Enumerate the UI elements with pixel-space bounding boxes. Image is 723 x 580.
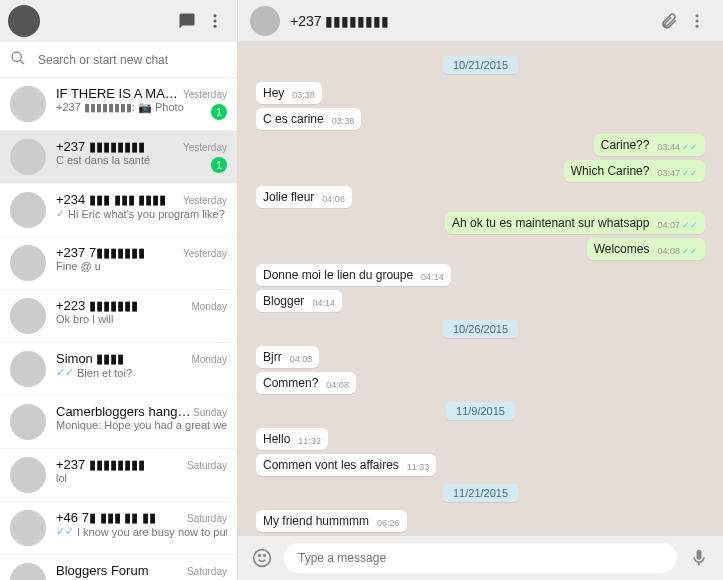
search-bar [0, 42, 237, 78]
sidebar: IF THERE IS A MAN TO PR…Yesterday+237 ▮▮… [0, 0, 238, 580]
double-tick-icon: ✓✓ [682, 246, 698, 256]
new-chat-icon[interactable] [173, 7, 201, 35]
message-out[interactable]: Welcomes04:08✓✓ [587, 238, 705, 260]
chat-name: Simon ▮▮▮▮ [56, 351, 124, 366]
svg-point-2 [214, 25, 217, 28]
emoji-icon[interactable] [248, 544, 276, 572]
message-meta: 04:14 [421, 272, 444, 282]
chat-item[interactable]: +223 ▮▮▮▮▮▮▮MondayOk bro I will [0, 290, 237, 343]
double-tick-icon: ✓✓ [682, 168, 698, 178]
message-time: 04:06 [322, 194, 345, 204]
message-time: 03:44 [657, 142, 680, 152]
chat-avatar [10, 245, 46, 281]
message-list[interactable]: 10/21/2015Hey03:38C es carine03:38Carine… [238, 42, 723, 536]
chat-avatar [10, 351, 46, 387]
chat-item[interactable]: IF THERE IS A MAN TO PR…Yesterday+237 ▮▮… [0, 78, 237, 131]
chat-time: Yesterday [183, 142, 227, 153]
message-time: 11:33 [407, 462, 430, 472]
chat-time: Yesterday [183, 195, 227, 206]
chat-avatar [10, 457, 46, 493]
message-time: 04:08 [290, 354, 313, 364]
message-in[interactable]: Hello11:32 [256, 428, 328, 450]
message-time: 04:08 [657, 246, 680, 256]
message-time: 06:26 [377, 518, 400, 528]
message-in[interactable]: Blogger04:14 [256, 290, 342, 312]
chat-avatar [10, 86, 46, 122]
chat-item[interactable]: +237 7▮▮▮▮▮▮▮YesterdayFine @ u [0, 237, 237, 290]
message-text: Bjrr [263, 350, 282, 364]
chat-name: IF THERE IS A MAN TO PR… [56, 86, 183, 101]
search-icon [10, 50, 26, 70]
mic-icon[interactable] [685, 544, 713, 572]
chat-name: +234 ▮▮▮ ▮▮▮ ▮▮▮▮ [56, 192, 166, 207]
chat-name: Camerbloggers hang outcry [56, 404, 193, 419]
chat-preview: ✓Hi Eric what's you program like? I'll b… [56, 207, 227, 220]
message-in[interactable]: Commen?04:08 [256, 372, 356, 394]
unread-badge: 1 [211, 104, 227, 120]
chat-avatar [10, 139, 46, 175]
message-in[interactable]: Jolie fleur04:06 [256, 186, 352, 208]
message-meta: 04:06 [322, 194, 345, 204]
chat-item[interactable]: +237 ▮▮▮▮▮▮▮▮Saturdaylol [0, 449, 237, 502]
message-time: 04:07 [657, 220, 680, 230]
attach-icon[interactable] [655, 7, 683, 35]
message-in[interactable]: Commen vont les affaires11:33 [256, 454, 436, 476]
contact-avatar[interactable] [250, 6, 280, 36]
svg-line-4 [20, 60, 24, 64]
chat-time: Saturday [187, 460, 227, 471]
message-meta: 04:08 [290, 354, 313, 364]
message-in[interactable]: My friend hummmm06:26 [256, 510, 407, 532]
date-chip: 10/26/2015 [443, 320, 518, 338]
chat-name: Bloggers Forum [56, 563, 148, 578]
message-in[interactable]: Bjrr04:08 [256, 346, 319, 368]
chat-name: +237 ▮▮▮▮▮▮▮▮ [56, 457, 145, 472]
message-time: 04:14 [421, 272, 444, 282]
svg-point-8 [254, 550, 271, 567]
chat-item[interactable]: +234 ▮▮▮ ▮▮▮ ▮▮▮▮Yesterday✓Hi Eric what'… [0, 184, 237, 237]
date-chip: 11/9/2015 [446, 402, 515, 420]
message-meta: 03:38 [332, 116, 355, 126]
chat-item[interactable]: Bloggers ForumSaturdayMonique: Couldnt m… [0, 555, 237, 580]
message-input[interactable] [284, 543, 677, 573]
chat-menu-icon[interactable] [683, 7, 711, 35]
message-in[interactable]: Donne moi le lien du groupe04:14 [256, 264, 451, 286]
self-avatar[interactable] [8, 5, 40, 37]
chat-item[interactable]: +46 7▮ ▮▮▮ ▮▮ ▮▮Saturday✓✓I know you are… [0, 502, 237, 555]
chat-name: +237 7▮▮▮▮▮▮▮ [56, 245, 145, 260]
message-text: Ah ok tu es maintenant sur whatsapp [452, 216, 649, 230]
message-meta: 04:07✓✓ [657, 220, 698, 230]
chat-item[interactable]: Simon ▮▮▮▮Monday✓✓Bien et toi? [0, 343, 237, 396]
chat-avatar [10, 563, 46, 580]
message-out[interactable]: Carine??03:44✓✓ [594, 134, 705, 156]
single-tick-icon: ✓ [56, 207, 65, 220]
chat-item[interactable]: +237 ▮▮▮▮▮▮▮▮YesterdayC est dans la sant… [0, 131, 237, 184]
search-input[interactable] [38, 53, 227, 67]
chat-item[interactable]: Camerbloggers hang outcrySundayMonique: … [0, 396, 237, 449]
message-out[interactable]: Which Carine?03:47✓✓ [564, 160, 705, 182]
svg-point-1 [214, 20, 217, 23]
svg-point-6 [696, 19, 699, 22]
menu-icon[interactable] [201, 7, 229, 35]
chat-time: Yesterday [183, 248, 227, 259]
chat-preview: C est dans la santé [56, 154, 227, 166]
chat-avatar [10, 298, 46, 334]
double-tick-icon: ✓✓ [682, 142, 698, 152]
message-text: Carine?? [601, 138, 650, 152]
double-tick-icon: ✓✓ [56, 525, 74, 538]
chat-time: Yesterday [183, 89, 227, 100]
message-text: My friend hummmm [263, 514, 369, 528]
message-text: Blogger [263, 294, 304, 308]
message-in[interactable]: C es carine03:38 [256, 108, 361, 130]
message-text: Commen? [263, 376, 318, 390]
svg-point-0 [214, 14, 217, 17]
chat-preview: lol [56, 472, 227, 484]
date-chip: 10/21/2015 [443, 56, 518, 74]
chat-preview: ✓✓Bien et toi? [56, 366, 227, 379]
chat-preview: ✓✓I know you are busy now to put thin… [56, 525, 227, 538]
chat-list[interactable]: IF THERE IS A MAN TO PR…Yesterday+237 ▮▮… [0, 78, 237, 580]
svg-point-9 [259, 555, 261, 557]
message-meta: 03:47✓✓ [657, 168, 698, 178]
message-text: Hey [263, 86, 284, 100]
message-out[interactable]: Ah ok tu es maintenant sur whatsapp04:07… [445, 212, 705, 234]
message-in[interactable]: Hey03:38 [256, 82, 322, 104]
